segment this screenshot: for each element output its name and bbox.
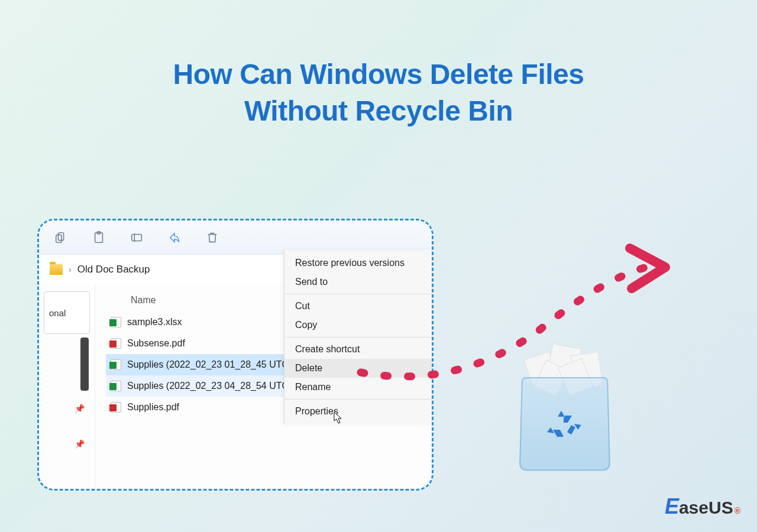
- brand-logo: EaseUS ®: [665, 494, 740, 519]
- file-name: Supplies (2022_02_23 04_28_54 UTC).xlsx: [127, 381, 310, 391]
- chevron-right-icon: ›: [69, 265, 72, 274]
- cursor-icon: [334, 411, 343, 424]
- menu-item-cut[interactable]: Cut: [284, 297, 432, 316]
- excel-icon: [111, 381, 121, 391]
- file-name: Subsense.pdf: [127, 338, 185, 349]
- pdf-icon: [111, 402, 121, 413]
- explorer-sidebar: onal 📌 📌: [39, 284, 95, 489]
- recycle-symbol-icon: [546, 410, 584, 447]
- file-name: Supplies (2022_02_23 01_28_45 UTC).xlsx: [127, 359, 310, 370]
- logo-e: E: [665, 494, 679, 519]
- pin-icon[interactable]: 📌: [75, 439, 95, 449]
- logo-ase: ase: [679, 498, 709, 518]
- file-name: sample3.xlsx: [127, 317, 182, 327]
- delete-icon[interactable]: [206, 231, 219, 244]
- menu-item-rename[interactable]: Rename: [284, 378, 432, 397]
- folder-icon: [50, 264, 63, 275]
- menu-separator: [284, 337, 432, 338]
- sidebar-item[interactable]: onal: [44, 291, 90, 334]
- page-title: How Can Windows Delete Files Without Rec…: [0, 0, 757, 130]
- sidebar-item-label: onal: [49, 308, 66, 318]
- recycle-bin-icon: [506, 340, 624, 476]
- svg-rect-1: [56, 235, 62, 242]
- title-line-2: Without Recycle Bin: [0, 93, 757, 129]
- logo-registered-icon: ®: [735, 506, 740, 515]
- menu-item-shortcut[interactable]: Create shortcut: [284, 340, 432, 359]
- svg-rect-4: [132, 234, 142, 241]
- logo-us: US: [709, 498, 733, 518]
- menu-item-delete[interactable]: Delete: [284, 359, 432, 378]
- menu-item-sendto[interactable]: Send to: [284, 273, 432, 291]
- explorer-panel: › Old Doc Backup onal 📌 📌 Name sample3.x…: [37, 219, 434, 491]
- svg-rect-0: [58, 232, 63, 240]
- context-menu: Restore previous versions Send to Cut Co…: [284, 250, 432, 424]
- excel-icon: [111, 359, 121, 370]
- menu-item-copy[interactable]: Copy: [284, 316, 432, 335]
- pdf-icon: [111, 338, 121, 349]
- file-list: Name sample3.xlsx Subsense.pdf Supplies …: [95, 284, 432, 489]
- share-icon[interactable]: [168, 231, 181, 244]
- menu-item-restore[interactable]: Restore previous versions: [284, 254, 432, 273]
- menu-separator: [284, 399, 432, 400]
- sidebar-scrollbar[interactable]: [80, 338, 89, 391]
- copy-icon[interactable]: [54, 231, 67, 244]
- menu-item-properties[interactable]: Properties: [284, 402, 432, 421]
- rename-icon[interactable]: [130, 231, 143, 244]
- menu-separator: [284, 294, 432, 294]
- excel-icon: [111, 317, 121, 327]
- file-name: Supplies.pdf: [127, 402, 179, 413]
- paste-icon[interactable]: [92, 231, 105, 244]
- title-line-1: How Can Windows Delete Files: [0, 56, 757, 93]
- pin-icon[interactable]: 📌: [75, 404, 95, 413]
- breadcrumb-folder: Old Doc Backup: [77, 264, 150, 275]
